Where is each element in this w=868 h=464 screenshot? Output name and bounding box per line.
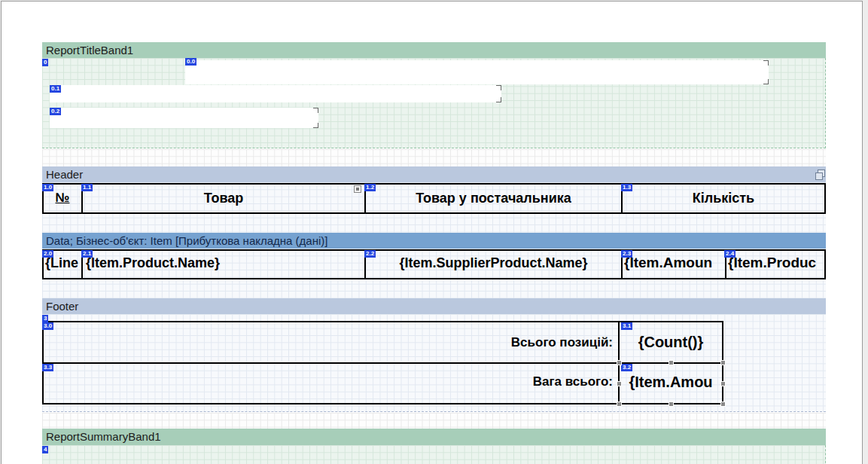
component-badge: 0.1 (50, 85, 61, 93)
component-badge: 3 (42, 315, 48, 322)
cell-marker-icon (354, 185, 361, 193)
selection-handle[interactable] (669, 360, 674, 365)
store-text-component[interactable]: На склад: {Item.Store.Name} (50, 108, 318, 128)
component-badge: 3.3 (42, 364, 53, 371)
header-cell-supplier-product[interactable]: Товар у постачальника (364, 185, 621, 212)
selection-handle[interactable] (669, 401, 674, 407)
selection-handle[interactable] (720, 360, 726, 365)
selection-handle[interactable] (720, 381, 726, 386)
data-row: {Line {Item.Product.Name} {Item.Supplier… (42, 249, 826, 279)
data-cell-amount[interactable]: {Item.Amoun (621, 251, 725, 278)
band-header-label: Header (46, 168, 83, 181)
band-report-summary-label: ReportSummaryBand1 (46, 430, 161, 443)
component-badge: 0.0 (185, 58, 196, 66)
component-badge: 3.2 (621, 364, 632, 371)
title-text-component[interactable]: Накладна (для складу )№{Property.Number}… (185, 60, 769, 84)
footer-value-count[interactable]: {Count()} (618, 322, 722, 362)
component-badge: 1.1 (81, 184, 93, 191)
component-badge: 2.1 (81, 250, 93, 258)
data-cell-supplier-product[interactable]: {Item.SupplierProduct.Name} (364, 251, 621, 278)
component-badge: 0 (42, 59, 48, 66)
component-badge: 3.0 (42, 322, 53, 330)
band-report-title[interactable]: ReportTitleBand1 (42, 42, 826, 58)
band-header[interactable]: Header (42, 166, 826, 182)
data-cell-product-weight[interactable]: {Item.Produc (725, 251, 824, 278)
component-badge: 1.2 (364, 184, 376, 191)
component-badge: 4 (42, 446, 48, 453)
data-cell-product[interactable]: {Item.Product.Name} (81, 251, 364, 278)
selection-handle[interactable] (617, 360, 622, 365)
band-report-summary-content[interactable] (42, 445, 826, 464)
component-badge: 1.3 (621, 184, 632, 191)
band-report-summary[interactable]: ReportSummaryBand1 (42, 429, 826, 445)
footer-label-total-positions[interactable]: Всього позицій: (44, 322, 618, 362)
page-gap (42, 413, 826, 429)
header-row: № Товар Товар у постачальника Кількість (42, 183, 826, 214)
component-badge: 2.4 (724, 250, 736, 258)
component-badge: 3.1 (621, 322, 632, 330)
band-footer[interactable]: Footer (42, 298, 826, 314)
duplicate-band-icon[interactable] (818, 169, 825, 177)
header-cell-quantity[interactable]: Кількість (621, 185, 824, 212)
band-report-title-label: ReportTitleBand1 (46, 44, 133, 56)
band-footer-label: Footer (46, 300, 78, 313)
report-designer-canvas: ReportTitleBand1 0 Накладна (для складу … (0, 0, 868, 464)
component-badge: 2.3 (621, 250, 632, 258)
footer-label-total-weight[interactable]: Вага всього: (44, 362, 618, 403)
band-data[interactable]: Data; Бізнес-об'єкт: Item [Прибуткова на… (42, 233, 826, 249)
selection-handle[interactable] (617, 401, 622, 407)
component-badge: 0.2 (50, 108, 61, 115)
selection-handle[interactable] (720, 401, 726, 407)
report-page[interactable]: ReportTitleBand1 0 Накладна (для складу … (1, 1, 863, 464)
component-badge: 2.0 (42, 250, 53, 258)
supplier-text-component[interactable]: Постачальник: {Property.Supplier.Name} (50, 85, 501, 102)
band-data-label: Data; Бізнес-об'єкт: Item [Прибуткова на… (46, 234, 327, 247)
selection-handle[interactable] (617, 381, 622, 386)
component-badge: 2.2 (364, 250, 376, 258)
page-gap (42, 149, 826, 166)
header-cell-product[interactable]: Товар (81, 185, 364, 212)
component-badge: 1.0 (42, 184, 53, 191)
footer-value-weight[interactable]: {Item.Amou (618, 362, 722, 403)
